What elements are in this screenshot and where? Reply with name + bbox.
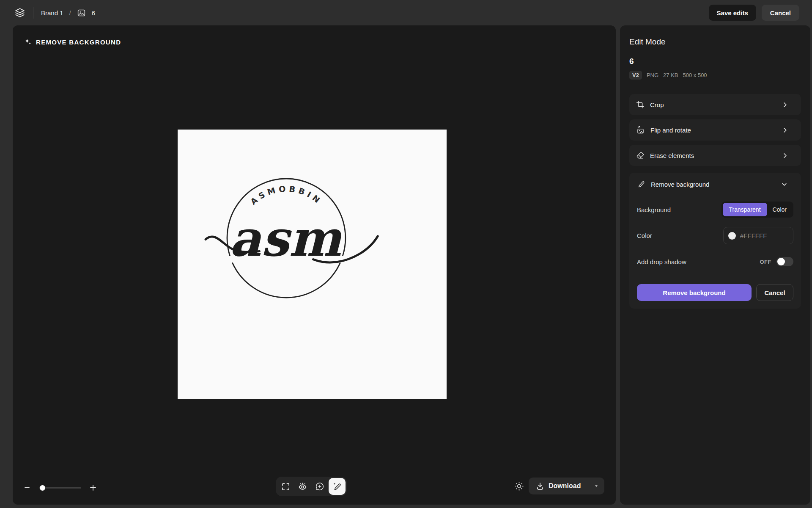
remove-background-section: Remove background Background Transparent… (629, 173, 801, 309)
tool-label: Flip and rotate (650, 127, 782, 134)
edited-image[interactable]: ASMOBBIN asm (178, 130, 447, 399)
flip-rotate-icon (636, 126, 645, 135)
chevron-right-icon (782, 127, 789, 134)
toggle-state-label: OFF (760, 259, 772, 265)
canvas-panel: REMOVE BACKGROUND ASMOBBIN asm (13, 25, 616, 505)
remove-background-header[interactable]: Remove background (637, 173, 793, 196)
zoom-in-button[interactable] (87, 482, 99, 494)
eraser-icon (636, 151, 645, 160)
breadcrumb: Brand 1 / 6 (41, 8, 95, 17)
tool-list: Crop Flip and rotate (629, 94, 801, 166)
logo-script-text: asm (229, 209, 343, 268)
fit-screen-button[interactable] (277, 478, 294, 495)
chevron-right-icon (782, 152, 789, 159)
color-input-wrapper (723, 227, 793, 244)
download-button[interactable]: Download (529, 478, 604, 494)
zoom-slider[interactable] (39, 482, 81, 494)
color-swatch[interactable] (728, 232, 736, 240)
add-comment-button[interactable] (311, 478, 328, 495)
drop-shadow-label: Add drop shadow (637, 258, 686, 265)
preview-eye-button[interactable] (294, 478, 311, 495)
background-row: Background Transparent Color (637, 202, 793, 218)
asset-meta: V2 PNG 27 KB 500 x 500 (629, 71, 801, 80)
color-row: Color (637, 227, 793, 244)
download-icon (536, 482, 544, 490)
toggle-knob (777, 258, 785, 265)
breadcrumb-brand[interactable]: Brand 1 (41, 9, 63, 17)
section-actions: Remove background Cancel (637, 284, 793, 301)
download-label: Download (549, 482, 581, 490)
zoom-out-button[interactable] (21, 482, 33, 494)
sidebar-title: Edit Mode (629, 37, 801, 47)
image-icon (77, 8, 86, 17)
download-dropdown-button[interactable] (588, 478, 604, 494)
color-hex-input[interactable] (740, 232, 782, 239)
file-size: 27 KB (663, 72, 678, 78)
zoom-slider-track (39, 487, 81, 489)
image-dimensions: 500 x 500 (683, 72, 707, 78)
drop-shadow-toggle[interactable] (776, 257, 793, 266)
cancel-button-top[interactable]: Cancel (762, 5, 799, 21)
option-transparent[interactable]: Transparent (723, 203, 767, 216)
sparkles-icon (24, 38, 32, 46)
option-color[interactable]: Color (767, 203, 792, 216)
mode-label: REMOVE BACKGROUND (24, 38, 121, 46)
asset-name: 6 (629, 57, 801, 66)
tool-flip-rotate[interactable]: Flip and rotate (629, 119, 801, 141)
brightness-icon[interactable] (514, 481, 524, 491)
save-edits-button[interactable]: Save edits (709, 5, 756, 21)
tool-erase-elements[interactable]: Erase elements (629, 145, 801, 166)
marker-pen-icon (637, 180, 645, 188)
zoom-slider-knob[interactable] (40, 485, 45, 491)
background-segmented-control: Transparent Color (721, 202, 793, 218)
topbar-divider (33, 7, 33, 19)
crop-icon (636, 100, 645, 109)
version-badge: V2 (629, 71, 642, 80)
drop-shadow-row: Add drop shadow OFF (637, 257, 793, 266)
tool-label: Crop (650, 101, 782, 108)
tool-crop[interactable]: Crop (629, 94, 801, 115)
breadcrumb-separator: / (69, 9, 71, 17)
breadcrumb-asset-count: 6 (92, 9, 95, 17)
top-bar: Brand 1 / 6 Save edits Cancel (0, 0, 812, 25)
color-label: Color (637, 232, 652, 239)
cancel-button-section[interactable]: Cancel (756, 284, 793, 301)
remove-background-button[interactable]: Remove background (637, 284, 752, 301)
mode-label-text: REMOVE BACKGROUND (36, 39, 121, 46)
chevron-right-icon (782, 101, 789, 108)
canvas-toolbar (276, 477, 347, 496)
edit-sidebar: Edit Mode 6 V2 PNG 27 KB 500 x 500 Crop (620, 25, 810, 505)
tool-label: Erase elements (650, 152, 782, 159)
zoom-controls (21, 479, 99, 496)
background-label: Background (637, 206, 671, 213)
layers-icon[interactable] (14, 7, 25, 18)
file-format: PNG (647, 72, 658, 78)
section-label: Remove background (651, 181, 781, 188)
magic-pen-button[interactable] (329, 478, 346, 495)
chevron-down-icon (781, 181, 788, 188)
